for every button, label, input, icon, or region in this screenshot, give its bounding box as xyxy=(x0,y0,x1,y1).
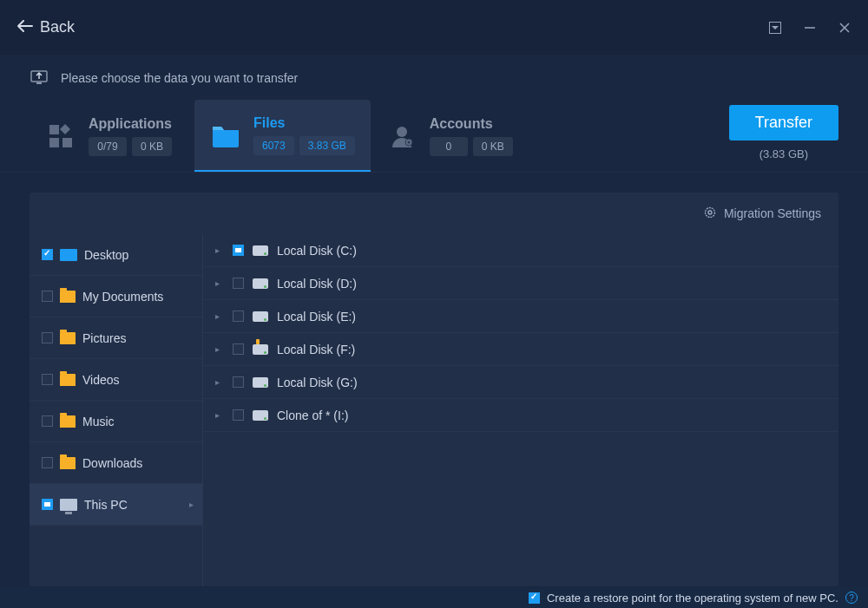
chevron-right-icon: ▸ xyxy=(189,500,194,509)
disk-label: Local Disk (F:) xyxy=(277,343,355,356)
svg-rect-6 xyxy=(49,138,59,147)
restore-point-label: Create a restore point for the operating… xyxy=(547,592,838,605)
transfer-area: Transfer (3.83 GB) xyxy=(729,100,838,172)
disk-label: Local Disk (G:) xyxy=(277,376,358,389)
files-icon xyxy=(210,120,241,151)
disk-icon xyxy=(253,278,268,289)
svg-point-8 xyxy=(397,127,407,137)
sidebar-item-label: Desktop xyxy=(84,248,128,262)
sidebar-item-downloads[interactable]: Downloads xyxy=(30,442,202,484)
back-button[interactable]: Back xyxy=(17,18,75,36)
footer-bar: Create a restore point for the operating… xyxy=(0,587,868,608)
tab-accounts-count: 0 xyxy=(430,137,468,156)
disk-row[interactable]: ▸ Clone of * (I:) xyxy=(203,399,838,432)
disk-label: Clone of * (I:) xyxy=(277,409,348,422)
titlebar: Back xyxy=(0,0,868,55)
svg-rect-3 xyxy=(36,82,42,84)
svg-rect-7 xyxy=(62,138,72,147)
sidebar-item-music[interactable]: Music xyxy=(30,401,202,442)
disk-icon xyxy=(253,311,268,322)
svg-point-10 xyxy=(407,141,410,143)
back-label: Back xyxy=(40,18,75,36)
sidebar-item-this-pc[interactable]: This PC ▸ xyxy=(30,484,202,526)
panel-header: Migration Settings xyxy=(30,193,838,234)
checkbox[interactable] xyxy=(42,415,53,427)
sidebar-item-label: Videos xyxy=(82,373,120,387)
folder-icon xyxy=(60,374,76,386)
sidebar-item-label: Music xyxy=(82,415,115,428)
sidebar-item-label: Pictures xyxy=(82,331,127,345)
folder-icon xyxy=(60,332,76,344)
tab-files-size: 3.83 GB xyxy=(299,136,355,155)
chevron-right-icon[interactable]: ▸ xyxy=(215,245,224,255)
checkbox[interactable] xyxy=(233,278,244,289)
tab-applications-title: Applications xyxy=(89,116,172,132)
checkbox[interactable] xyxy=(42,332,53,343)
disk-icon xyxy=(253,245,268,256)
checkbox[interactable] xyxy=(42,499,53,510)
checkbox[interactable] xyxy=(42,457,53,468)
sidebar-item-desktop[interactable]: Desktop xyxy=(30,234,202,276)
pc-icon xyxy=(60,499,77,511)
svg-marker-5 xyxy=(60,124,70,134)
chevron-right-icon[interactable]: ▸ xyxy=(215,278,224,288)
desktop-icon xyxy=(60,249,77,261)
chevron-right-icon[interactable]: ▸ xyxy=(215,311,224,321)
sidebar-item-videos[interactable]: Videos xyxy=(30,359,202,401)
tab-accounts[interactable]: Accounts 0 0 KB xyxy=(371,100,536,172)
folder-icon xyxy=(60,457,76,469)
category-tabs: Applications 0/79 0 KB Files 6073 3.83 G… xyxy=(0,93,868,173)
content-panel: Migration Settings Desktop My Documents … xyxy=(30,193,838,586)
sidebar-item-label: This PC xyxy=(84,498,128,512)
checkbox[interactable] xyxy=(42,249,53,260)
chevron-right-icon[interactable]: ▸ xyxy=(215,377,224,387)
minimize-icon[interactable] xyxy=(804,22,816,34)
checkbox[interactable] xyxy=(233,245,244,256)
sidebar-item-label: My Documents xyxy=(82,290,163,304)
source-tree: Desktop My Documents Pictures Videos Mus xyxy=(30,234,203,586)
help-icon[interactable]: ? xyxy=(845,592,858,604)
disk-row[interactable]: ▸ Local Disk (C:) xyxy=(203,234,838,267)
disk-icon xyxy=(253,344,268,355)
disk-label: Local Disk (D:) xyxy=(277,277,357,291)
tab-applications-size: 0 KB xyxy=(132,137,172,156)
chevron-right-icon[interactable]: ▸ xyxy=(215,410,224,420)
window-controls xyxy=(769,22,851,34)
transfer-button[interactable]: Transfer xyxy=(729,105,838,141)
checkbox[interactable] xyxy=(42,291,53,302)
checkbox[interactable] xyxy=(233,343,244,355)
folder-icon xyxy=(60,291,76,303)
tab-accounts-title: Accounts xyxy=(430,116,513,132)
disk-icon xyxy=(253,410,268,421)
disk-row[interactable]: ▸ Local Disk (D:) xyxy=(203,267,838,300)
accounts-icon xyxy=(386,121,418,152)
sidebar-item-label: Downloads xyxy=(82,456,142,470)
sidebar-item-documents[interactable]: My Documents xyxy=(30,276,202,317)
disk-icon xyxy=(253,377,268,388)
chevron-right-icon[interactable]: ▸ xyxy=(215,344,224,354)
applications-icon xyxy=(45,121,76,152)
disk-row[interactable]: ▸ Local Disk (F:) xyxy=(203,333,838,366)
checkbox[interactable] xyxy=(233,376,244,388)
dropdown-icon[interactable] xyxy=(769,22,781,34)
gear-icon xyxy=(703,206,717,222)
sidebar-item-pictures[interactable]: Pictures xyxy=(30,317,202,359)
restore-point-checkbox[interactable] xyxy=(529,592,540,604)
disk-row[interactable]: ▸ Local Disk (E:) xyxy=(203,300,838,333)
migration-settings-link[interactable]: Migration Settings xyxy=(724,206,821,220)
disk-row[interactable]: ▸ Local Disk (G:) xyxy=(203,366,838,399)
transfer-size: (3.83 GB) xyxy=(760,147,808,160)
checkbox[interactable] xyxy=(233,311,244,322)
tab-applications[interactable]: Applications 0/79 0 KB xyxy=(30,100,194,172)
instruction-text: Please choose the data you want to trans… xyxy=(61,71,298,85)
tab-applications-count: 0/79 xyxy=(89,137,127,156)
svg-point-11 xyxy=(705,207,714,217)
tab-accounts-size: 0 KB xyxy=(473,137,513,156)
close-icon[interactable] xyxy=(838,22,851,34)
instruction-bar: Please choose the data you want to trans… xyxy=(0,55,868,93)
checkbox[interactable] xyxy=(233,409,244,421)
folder-icon xyxy=(60,415,76,428)
tab-files-title: Files xyxy=(253,115,355,131)
tab-files[interactable]: Files 6073 3.83 GB xyxy=(194,100,371,172)
checkbox[interactable] xyxy=(42,374,53,385)
